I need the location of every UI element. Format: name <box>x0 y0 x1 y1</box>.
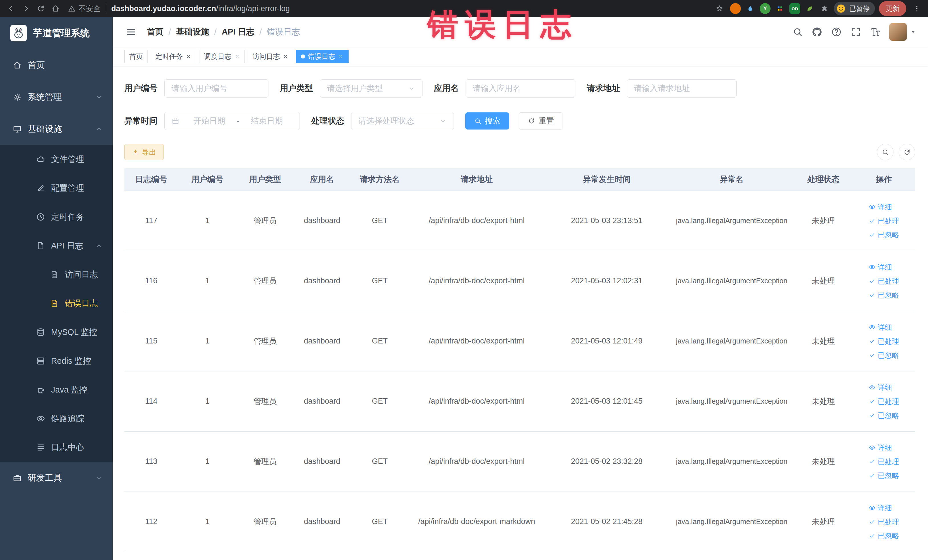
user-avatar[interactable] <box>889 23 917 41</box>
action-ignored[interactable]: 已忽略 <box>868 349 899 361</box>
app-title: 芋道管理系统 <box>33 27 90 40</box>
tab-close-icon[interactable] <box>234 53 240 60</box>
action-ignored[interactable]: 已忽略 <box>868 530 899 542</box>
cell-app: dashboard <box>293 191 351 251</box>
date-range-input[interactable]: 开始日期-结束日期 <box>164 112 300 130</box>
extension-icon-5[interactable]: on <box>789 3 800 14</box>
action-processed[interactable]: 已处理 <box>868 275 899 287</box>
header-search-icon[interactable] <box>792 26 803 37</box>
browser-menu-button[interactable] <box>910 2 923 15</box>
sidebar-item-infrastructure[interactable]: 基础设施 <box>0 113 113 145</box>
cell-app: dashboard <box>293 311 351 371</box>
bookmark-star-icon[interactable] <box>713 2 726 15</box>
appName-input[interactable]: 请输入应用名 <box>466 79 575 98</box>
browser-update-button[interactable]: 更新 <box>879 1 906 16</box>
breadcrumb-item[interactable]: 首页 <box>147 26 163 38</box>
browser-forward-button[interactable] <box>20 2 32 15</box>
docs-help-icon[interactable] <box>831 26 842 37</box>
sidebar-item-file[interactable]: 文件管理 <box>0 145 113 174</box>
tab-close-icon[interactable] <box>186 53 191 60</box>
sidebar-item-redis[interactable]: Redis 监控 <box>0 346 113 375</box>
sidebar-item-api-log[interactable]: API 日志 <box>0 231 113 260</box>
sidebar-item-access-log[interactable]: 访问日志 <box>0 260 113 289</box>
breadcrumb-item[interactable]: 基础设施 <box>176 26 209 38</box>
filter-field-userType: 用户类型请选择用户类型 <box>280 79 423 98</box>
action-ignored[interactable]: 已忽略 <box>868 289 899 301</box>
app-logo[interactable]: 芋道管理系统 <box>0 17 113 49</box>
action-ignored[interactable]: 已忽略 <box>868 229 899 241</box>
action-detail[interactable]: 详细 <box>868 261 892 273</box>
extensions-puzzle-icon[interactable] <box>819 3 830 14</box>
action-processed[interactable]: 已处理 <box>868 456 899 467</box>
browser-back-button[interactable] <box>5 2 18 15</box>
sidebar-item-java[interactable]: Java 监控 <box>0 375 113 404</box>
cell-method: GET <box>351 431 409 491</box>
toggle-search-button[interactable] <box>877 144 893 160</box>
sidebar-item-dev-tools[interactable]: 研发工具 <box>0 462 113 494</box>
tab-close-icon[interactable] <box>338 53 344 60</box>
sidebar-item-mysql[interactable]: MySQL 监控 <box>0 318 113 346</box>
sidebar-item-job[interactable]: 定时任务 <box>0 203 113 231</box>
tab-access-log[interactable]: 访问日志 <box>247 50 293 63</box>
browser-reload-button[interactable] <box>34 2 47 15</box>
column-header: 异常名 <box>669 168 794 191</box>
action-detail[interactable]: 详细 <box>868 502 892 514</box>
font-size-icon[interactable] <box>870 26 881 37</box>
action-detail[interactable]: 详细 <box>868 442 892 453</box>
browser-profile-chip[interactable]: 已暂停 <box>834 2 875 15</box>
extension-icon-1[interactable] <box>730 3 741 14</box>
github-icon[interactable] <box>812 26 823 37</box>
eye-icon <box>868 203 876 210</box>
breadcrumb-item[interactable]: API 日志 <box>222 26 254 38</box>
action-ignored[interactable]: 已忽略 <box>868 410 899 421</box>
main-area: 首页/基础设施/API 日志/错误日志 首页定时任务调度日志访问日志错误日志 用… <box>113 17 928 560</box>
sidebar-item-home[interactable]: 首页 <box>0 49 113 81</box>
smiley-icon <box>836 3 846 14</box>
sidebar-item-log-center[interactable]: 日志中心 <box>0 433 113 462</box>
sidebar-item-error-log[interactable]: 错误日志 <box>0 289 113 318</box>
action-processed[interactable]: 已处理 <box>868 215 899 226</box>
browser-home-button[interactable] <box>49 2 62 15</box>
cell-exception: java.lang.IllegalArgumentException <box>669 431 794 491</box>
breadcrumb-item: 错误日志 <box>267 26 300 38</box>
status-select[interactable]: 请选择处理状态 <box>351 112 454 130</box>
action-processed[interactable]: 已处理 <box>868 396 899 407</box>
fullscreen-icon[interactable] <box>850 26 861 37</box>
refresh-table-button[interactable] <box>899 144 915 160</box>
address-bar[interactable]: 不安全 dashboard.yudao.iocoder.cn/infra/log… <box>68 4 705 14</box>
cell-method: GET <box>351 311 409 371</box>
cell-id: 113 <box>124 431 178 491</box>
tab-home[interactable]: 首页 <box>124 50 148 63</box>
extension-icon-2[interactable] <box>745 3 756 14</box>
extension-icon-6[interactable] <box>804 3 815 14</box>
tab-job[interactable]: 定时任务 <box>151 50 196 63</box>
userId-input[interactable]: 请输入用户编号 <box>164 79 269 98</box>
tags-view: 首页定时任务调度日志访问日志错误日志 <box>113 47 928 66</box>
tab-close-icon[interactable] <box>283 53 288 60</box>
reset-button[interactable]: 重置 <box>519 112 563 130</box>
action-processed[interactable]: 已处理 <box>868 336 899 347</box>
extension-icon-3[interactable]: Y <box>760 3 771 14</box>
sidebar-item-config[interactable]: 配置管理 <box>0 174 113 203</box>
reqUrl-input[interactable]: 请输入请求地址 <box>627 79 737 98</box>
doc-lines-icon <box>50 299 59 308</box>
action-detail[interactable]: 详细 <box>868 382 892 393</box>
error-log-table: 日志编号用户编号用户类型应用名请求方法名请求地址异常发生时间异常名处理状态操作 … <box>124 168 915 552</box>
tab-error-log[interactable]: 错误日志 <box>296 50 349 63</box>
check-icon <box>868 217 876 224</box>
action-processed[interactable]: 已处理 <box>868 516 899 528</box>
search-button[interactable]: 搜索 <box>465 112 509 130</box>
sidebar-item-trace[interactable]: 链路追踪 <box>0 404 113 433</box>
userType-select[interactable]: 请选择用户类型 <box>320 79 423 98</box>
hamburger-button[interactable] <box>121 26 140 38</box>
cell-app: dashboard <box>293 491 351 552</box>
export-button[interactable]: 导出 <box>124 144 164 160</box>
puzzle-icon <box>821 5 828 12</box>
action-ignored[interactable]: 已忽略 <box>868 470 899 481</box>
cell-user-type: 管理员 <box>237 371 294 431</box>
action-detail[interactable]: 详细 <box>868 322 892 333</box>
action-detail[interactable]: 详细 <box>868 201 892 212</box>
sidebar-item-system[interactable]: 系统管理 <box>0 81 113 113</box>
tab-job-log[interactable]: 调度日志 <box>199 50 245 63</box>
extension-icon-4[interactable] <box>774 3 785 14</box>
